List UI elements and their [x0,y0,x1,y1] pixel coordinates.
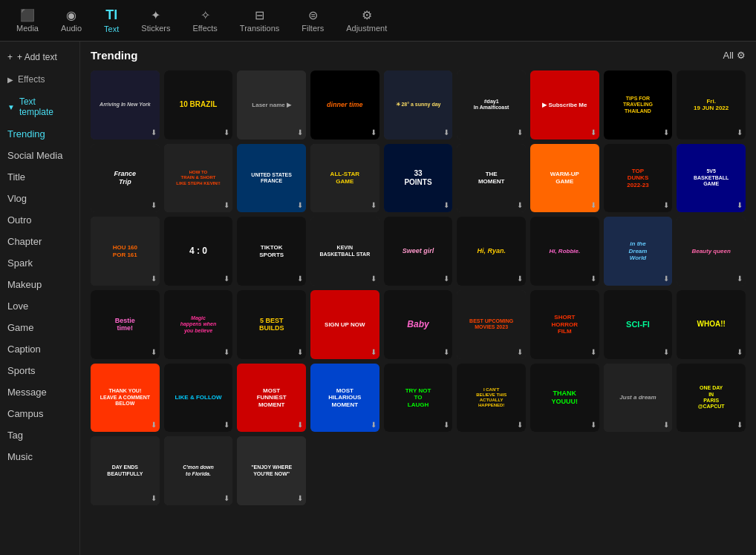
download-icon[interactable]: ⬇ [590,201,596,209]
template-card[interactable]: ONE DAY IN PARIS @CAPCUT⬇ [677,364,746,433]
download-icon[interactable]: ⬇ [224,348,229,356]
sidebar-item-campus[interactable]: Campus [0,403,79,424]
download-icon[interactable]: ⬇ [297,494,303,502]
template-card[interactable]: KEVIN BASKETBALL STAR⬇ [310,217,379,286]
download-icon[interactable]: ⬇ [151,275,157,283]
template-card[interactable]: Arriving In New York⬇ [91,70,160,139]
sidebar-item-game[interactable]: Game [0,317,79,338]
download-icon[interactable]: ⬇ [151,201,157,209]
download-icon[interactable]: ⬇ [590,421,596,429]
download-icon[interactable]: ⬇ [443,421,449,429]
download-icon[interactable]: ⬇ [297,128,303,137]
template-card[interactable]: MOST HILARIOUS MOMENT⬇ [310,364,379,433]
download-icon[interactable]: ⬇ [737,348,743,356]
template-card[interactable]: UNITED STATES FRANCE⬇ [237,144,306,213]
sidebar-item-music[interactable]: Music [0,446,79,467]
download-icon[interactable]: ⬇ [517,128,523,137]
template-card[interactable]: 4 : 0⬇ [164,217,233,286]
template-card[interactable]: TRY NOT TO LAUGH⬇ [384,364,453,433]
download-icon[interactable]: ⬇ [737,201,743,209]
template-card[interactable]: TIKTOK SPORTS⬇ [237,217,306,286]
download-icon[interactable]: ⬇ [737,128,743,137]
sidebar-item-sports[interactable]: Sports [0,360,79,381]
template-card[interactable]: SCI-FI⬇ [604,290,673,359]
template-card[interactable]: #day1 In Amalficoast⬇ [457,70,526,139]
template-card[interactable]: Bestie time!⬇ [91,290,160,359]
template-card[interactable]: DAY ENDS BEAUTIFULLY⬇ [91,436,160,505]
template-card[interactable]: 10 BRAZIL⬇ [164,70,233,139]
download-icon[interactable]: ⬇ [224,275,229,283]
add-text-button[interactable]: + + Add text [0,46,79,68]
download-icon[interactable]: ⬇ [151,128,157,137]
template-card[interactable]: THANK YOU! LEAVE A COMMENT BELOW⬇ [91,364,160,433]
template-card[interactable]: dinner time⬇ [310,70,379,139]
download-icon[interactable]: ⬇ [663,201,669,209]
download-icon[interactable]: ⬇ [224,128,229,137]
download-icon[interactable]: ⬇ [297,201,303,209]
sidebar-item-tag[interactable]: Tag [0,424,79,446]
template-card[interactable]: SIGN UP NOW⬇ [310,290,379,359]
template-card[interactable]: TOP DUNKS 2022-23⬇ [604,144,673,213]
nav-item-effects[interactable]: ✧Effects [183,5,226,36]
sidebar-item-caption[interactable]: Caption [0,338,79,360]
template-card[interactable]: LIKE & FOLLOW⬇ [164,364,233,433]
download-icon[interactable]: ⬇ [443,201,449,209]
sidebar-item-chapter[interactable]: Chapter [0,231,79,252]
download-icon[interactable]: ⬇ [371,128,377,137]
download-icon[interactable]: ⬇ [151,494,157,502]
download-icon[interactable]: ⬇ [224,494,229,502]
sidebar-item-makeup[interactable]: Makeup [0,274,79,295]
template-card[interactable]: 5V5 BASKETBALL GAME⬇ [677,144,746,213]
download-icon[interactable]: ⬇ [371,275,377,283]
template-card[interactable]: in the Dream World⬇ [604,217,673,286]
download-icon[interactable]: ⬇ [517,275,523,283]
template-card[interactable]: THE MOMENT⬇ [457,144,526,213]
template-card[interactable]: TIPS FOR TRAVELING THAILAND⬇ [604,70,673,139]
download-icon[interactable]: ⬇ [297,421,303,429]
download-icon[interactable]: ⬇ [737,275,743,283]
download-icon[interactable]: ⬇ [590,275,596,283]
template-card[interactable]: Fri. 19 JUN 2022⬇ [677,70,746,139]
download-icon[interactable]: ⬇ [663,421,669,429]
template-card[interactable]: Magic happens when you believe⬇ [164,290,233,359]
sidebar-item-social-media[interactable]: Social Media [0,145,79,166]
download-icon[interactable]: ⬇ [443,348,449,356]
download-icon[interactable]: ⬇ [443,275,449,283]
template-card[interactable]: Hi, Robbie.⬇ [530,217,599,286]
template-card[interactable]: Just a dream⬇ [604,364,673,433]
sidebar-item-outro[interactable]: Outro [0,209,79,231]
template-card[interactable]: SHORT HORROR FILM⬇ [530,290,599,359]
sidebar-item-vlog[interactable]: Vlog [0,188,79,209]
download-icon[interactable]: ⬇ [151,421,157,429]
template-card[interactable]: BEST UPCOMING MOVIES 2023⬇ [457,290,526,359]
download-icon[interactable]: ⬇ [371,421,377,429]
download-icon[interactable]: ⬇ [590,128,596,137]
download-icon[interactable]: ⬇ [297,275,303,283]
sidebar-item-title[interactable]: Title [0,166,79,188]
template-card[interactable]: 5 BEST BUILDS⬇ [237,290,306,359]
download-icon[interactable]: ⬇ [151,348,157,356]
download-icon[interactable]: ⬇ [590,348,596,356]
download-icon[interactable]: ⬇ [663,275,669,283]
download-icon[interactable]: ⬇ [517,348,523,356]
template-card[interactable]: THANK YOUUU!⬇ [530,364,599,433]
download-icon[interactable]: ⬇ [224,421,229,429]
template-card[interactable]: ALL-STAR GAME⬇ [310,144,379,213]
template-card[interactable]: Sweet girl⬇ [384,217,453,286]
template-card[interactable]: C'mon down to Florida.⬇ [164,436,233,505]
download-icon[interactable]: ⬇ [371,201,377,209]
nav-item-filters[interactable]: ⊜Filters [293,5,333,36]
template-card[interactable]: I CAN'T BELIEVE THIS ACTUALLY HAPPENED!⬇ [457,364,526,433]
template-card[interactable]: HOW TO TRAIN & SHORT LIKE STEPH KEVIN!!⬇ [164,144,233,213]
nav-item-stickers[interactable]: ✦Stickers [132,5,179,36]
template-card[interactable]: Laser name ▶⬇ [237,70,306,139]
template-card[interactable]: Beauty queen⬇ [677,217,746,286]
download-icon[interactable]: ⬇ [517,201,523,209]
sidebar-item-love[interactable]: Love [0,295,79,317]
download-icon[interactable]: ⬇ [443,128,449,137]
template-card[interactable]: "ENJOY WHERE YOU'RE NOW"⬇ [237,436,306,505]
download-icon[interactable]: ⬇ [517,421,523,429]
download-icon[interactable]: ⬇ [663,128,669,137]
template-card[interactable]: France Trip⬇ [91,144,160,213]
download-icon[interactable]: ⬇ [371,348,377,356]
